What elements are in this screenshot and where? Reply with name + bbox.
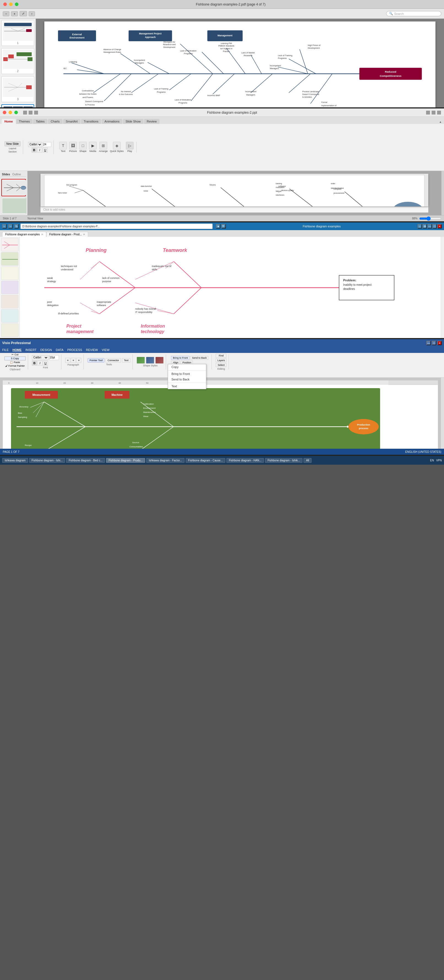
pdf-thumb-4[interactable]: 4 bbox=[2, 104, 34, 107]
clipboard-format-btn[interactable]: 🖌 Format Painter bbox=[5, 364, 26, 368]
taskbar-item-7[interactable]: Fishbone diagram - Ishik... bbox=[265, 458, 302, 463]
visio-italic-btn[interactable]: I bbox=[37, 361, 42, 366]
visio-close-btn[interactable]: ✕ bbox=[438, 341, 442, 345]
win-nav-thumb-6[interactable] bbox=[1, 309, 18, 323]
ppt-slide-thumb-2[interactable] bbox=[2, 197, 26, 214]
clipboard-cut-btn[interactable]: ✂ Cut bbox=[5, 353, 26, 356]
taskbar-item-2[interactable]: Fishbone diagram - Bed c... bbox=[66, 458, 105, 463]
ppt-mac-min[interactable] bbox=[8, 111, 12, 114]
font-family-select[interactable]: Calibri bbox=[28, 142, 42, 147]
zoom-in-btn[interactable]: + bbox=[11, 11, 18, 16]
win-nav-thumb-3[interactable] bbox=[1, 266, 18, 280]
clipboard-copy-btn[interactable]: ⎘ Copy bbox=[5, 356, 26, 360]
win-tab-2[interactable]: Fishbone diagram - Prod... ✕ bbox=[46, 232, 88, 237]
ppt-slide-thumb-1[interactable]: Increase bbox=[2, 179, 26, 196]
taskbar-item-4[interactable]: Ishkawa diagram - Factor... bbox=[146, 458, 185, 463]
visio-menu-home[interactable]: HOME bbox=[13, 348, 21, 352]
win-nav-thumb-4[interactable] bbox=[1, 281, 18, 294]
win-address-bar[interactable]: D:\fishbone diagram examples\Fishbone di… bbox=[21, 224, 212, 229]
tab-home[interactable]: Home bbox=[2, 119, 16, 124]
italic-btn[interactable]: I bbox=[37, 148, 42, 153]
shape-style-1[interactable] bbox=[137, 357, 145, 364]
tab-themes[interactable]: Themes bbox=[16, 119, 33, 124]
insert-shape-item[interactable]: □ Shape bbox=[79, 142, 87, 153]
win-nav-thumb-2[interactable] bbox=[1, 252, 18, 266]
slides-tab[interactable]: Slides bbox=[2, 173, 10, 176]
mac-min-btn[interactable] bbox=[9, 3, 13, 6]
layout-btn[interactable]: Layout bbox=[9, 147, 16, 150]
taskbar-item-1[interactable]: Fishbone diagram - Ishi... bbox=[29, 458, 65, 463]
ppt-notes-area[interactable]: Click to add notes bbox=[40, 207, 428, 213]
visio-menu-design[interactable]: DESIGN bbox=[40, 348, 52, 352]
win-settings-btn[interactable]: ⚙ bbox=[423, 224, 427, 229]
taskbar-item-3[interactable]: Fishbone diagram - Produ... bbox=[106, 458, 145, 463]
visio-scrollbar-v[interactable] bbox=[441, 378, 444, 449]
ppt-more-icon[interactable] bbox=[437, 111, 441, 115]
pdf-search-box[interactable]: 🔍 Search bbox=[386, 11, 441, 16]
win-close-btn[interactable]: ✕ bbox=[438, 224, 442, 229]
visio-font-size[interactable] bbox=[49, 355, 59, 360]
outline-tab[interactable]: Outline bbox=[12, 173, 21, 176]
bold-btn[interactable]: B bbox=[32, 148, 37, 153]
visio-minimize-btn[interactable]: — bbox=[426, 341, 431, 345]
ppt-undo-icon[interactable] bbox=[29, 111, 32, 115]
win-minimize-btn[interactable]: — bbox=[428, 224, 432, 229]
align-center-btn[interactable]: ≡ bbox=[71, 358, 76, 363]
mac-max-btn[interactable] bbox=[15, 3, 18, 6]
win-search-btn[interactable]: 🔍 bbox=[222, 224, 226, 229]
visio-menu-file[interactable]: FILE bbox=[2, 348, 8, 352]
ppt-redo-icon[interactable] bbox=[34, 111, 38, 115]
win-back-btn[interactable]: ← bbox=[2, 224, 6, 229]
ppt-collapse-btn[interactable]: ▲ bbox=[439, 120, 442, 123]
ppt-zoom-slider[interactable] bbox=[419, 216, 441, 221]
shape-style-3[interactable] bbox=[155, 357, 164, 364]
win-tab-1[interactable]: Fishbone diagram examples ✕ bbox=[2, 232, 46, 237]
taskbar-item-all[interactable]: All bbox=[303, 458, 311, 463]
mac-close-btn[interactable] bbox=[3, 3, 7, 6]
align-left-btn[interactable]: ≡ bbox=[65, 358, 70, 363]
win-star-btn[interactable]: ★ bbox=[216, 224, 220, 229]
text-tool-btn[interactable]: Text bbox=[122, 358, 131, 363]
visio-menu-data[interactable]: DATA bbox=[56, 348, 64, 352]
bring-to-front-btn[interactable]: Bring to Front bbox=[171, 356, 190, 360]
pdf-thumb-3[interactable]: 3 bbox=[2, 76, 34, 102]
tab-charts[interactable]: Charts bbox=[48, 119, 62, 124]
win-nav-thumb-7[interactable] bbox=[1, 323, 18, 337]
ppt-share-icon[interactable] bbox=[431, 111, 436, 115]
visio-menu-review[interactable]: REVIEW bbox=[86, 348, 98, 352]
taskbar-item-6[interactable]: Fishbone diagram - HAN... bbox=[227, 458, 264, 463]
taskbar-item-5[interactable]: Fishbone diagram - Cause... bbox=[186, 458, 225, 463]
fit-btn[interactable]: ⤢ bbox=[19, 11, 27, 16]
underline-btn[interactable]: U bbox=[43, 148, 48, 153]
visio-menu-view[interactable]: VIEW bbox=[102, 348, 109, 352]
win-tab-2-close[interactable]: ✕ bbox=[83, 233, 85, 236]
new-slide-btn[interactable]: New Slide bbox=[5, 141, 21, 146]
win-scrollbar-v[interactable] bbox=[441, 237, 444, 338]
taskbar-item-0[interactable]: Ishkawa diagram bbox=[2, 458, 28, 463]
ppt-mac-max[interactable] bbox=[14, 111, 18, 114]
win-tab-1-close[interactable]: ✕ bbox=[41, 233, 43, 236]
pdf-thumb-1[interactable]: 1 bbox=[2, 20, 34, 46]
visio-font-select[interactable]: Calibri bbox=[32, 355, 48, 360]
tab-slideshow[interactable]: Slide Show bbox=[123, 119, 144, 124]
ppt-pen-icon[interactable] bbox=[426, 111, 430, 115]
ppt-mac-close[interactable] bbox=[3, 111, 6, 114]
tab-smartart[interactable]: SmartArt bbox=[63, 119, 80, 124]
tab-animations[interactable]: Animations bbox=[102, 119, 122, 124]
layers-btn[interactable]: Layers bbox=[216, 358, 227, 362]
visio-menu-process[interactable]: PROCESS bbox=[67, 348, 82, 352]
win-home-btn[interactable]: ⌂ bbox=[418, 224, 422, 229]
connector-tool-btn[interactable]: Connector bbox=[105, 358, 121, 363]
visio-bold-btn[interactable]: B bbox=[32, 361, 37, 366]
insert-play-item[interactable]: ▷ Play bbox=[126, 142, 134, 153]
section-btn[interactable]: Section bbox=[8, 150, 17, 153]
context-bring-front[interactable]: Bring to Front bbox=[168, 371, 206, 377]
win-nav-thumb-1[interactable] bbox=[1, 238, 18, 251]
tab-tables[interactable]: Tables bbox=[33, 119, 47, 124]
visio-canvas[interactable]: 0 10 20 30 40 50 Measurement Machi bbox=[3, 380, 438, 449]
font-size-input[interactable] bbox=[43, 142, 51, 147]
ppt-scrollbar-v[interactable] bbox=[441, 171, 444, 216]
send-to-back-btn[interactable]: Send to Back bbox=[190, 356, 209, 360]
insert-picture-item[interactable]: 🖼 Picture bbox=[69, 142, 77, 153]
pointer-tool-btn[interactable]: Pointer Tool bbox=[88, 358, 104, 363]
